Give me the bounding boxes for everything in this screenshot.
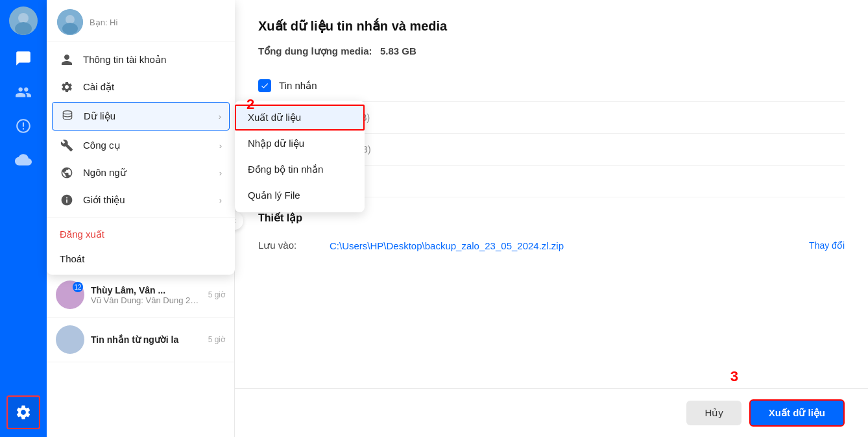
sidebar-item-chat[interactable] xyxy=(0,42,47,75)
menu-item-settings-label: Cài đặt xyxy=(83,81,114,93)
menu-greeting: Bạn: Hi xyxy=(90,18,117,27)
chevron-right-icon: › xyxy=(219,168,222,178)
chat-preview-item[interactable]: 12 Thùy Lâm, Vân ... Vũ Vân Dung: Vân Du… xyxy=(47,273,234,318)
media-info-line: Tổng dung lượng media: 5.83 GB xyxy=(258,45,845,57)
info-icon xyxy=(60,193,74,207)
menu-item-account-label: Thông tin tài khoản xyxy=(83,54,166,66)
chevron-right-icon: › xyxy=(219,195,222,205)
chat-list: 12 Thùy Lâm, Vân ... Vũ Vân Dung: Vân Du… xyxy=(47,273,234,362)
wrench-icon xyxy=(60,138,74,153)
svg-point-2 xyxy=(15,22,32,35)
sidebar: 1 xyxy=(0,0,47,437)
cancel-button[interactable]: Hủy xyxy=(686,401,741,425)
menu-avatar xyxy=(57,9,83,35)
gear-icon xyxy=(60,80,74,94)
svg-point-1 xyxy=(18,13,29,23)
menu-item-settings[interactable]: Cài đặt xyxy=(47,73,235,101)
menu-item-tools[interactable]: Công cụ › xyxy=(47,132,235,159)
step2-label: 2 xyxy=(247,96,254,113)
chat-message: Vũ Vân Dung: Vân Dung 22/5 - Vntre ... xyxy=(91,295,202,305)
menu-item-data-label: Dữ liệu xyxy=(84,110,115,122)
action-bar: 3 Hủy Xuất dữ liệu xyxy=(235,388,868,437)
menu-item-language-label: Ngôn ngữ xyxy=(83,167,127,179)
chat-name: Tin nhắn từ người la xyxy=(91,334,202,345)
chevron-right-icon: › xyxy=(219,112,221,121)
panel-title: Xuất dữ liệu tin nhắn và media xyxy=(258,18,845,34)
media-size: 5.83 GB xyxy=(380,45,416,56)
menu-item-about[interactable]: Giới thiệu › xyxy=(47,186,235,214)
chevron-right-icon: › xyxy=(219,141,222,151)
setting-change-button[interactable]: Thay đổi xyxy=(809,240,845,251)
chat-preview-item[interactable]: Tin nhắn từ người la 5 giờ xyxy=(47,318,234,362)
menu-item-logout[interactable]: Đăng xuất xyxy=(47,222,235,247)
checkbox-messages-label: Tin nhắn xyxy=(279,80,317,92)
globe-icon xyxy=(60,166,74,180)
svg-point-5 xyxy=(62,23,78,34)
export-button[interactable]: Xuất dữ liệu xyxy=(749,399,845,427)
submenu: Xuất dữ liệu Nhập dữ liệu Đồng bộ tin nh… xyxy=(235,101,365,212)
setting-value: C:\Users\HP\Desktop\backup_zalo_23_05_20… xyxy=(330,240,809,251)
avatar xyxy=(9,6,38,35)
menu-item-data[interactable]: Dữ liệu › xyxy=(52,102,230,131)
user-icon xyxy=(60,53,74,67)
chat-time: 5 giờ xyxy=(208,290,225,299)
sidebar-icons xyxy=(0,42,47,395)
step3-label: 3 xyxy=(730,368,738,385)
sidebar-item-discover[interactable] xyxy=(0,109,47,143)
chat-name: Thùy Lâm, Vân ... xyxy=(91,285,202,295)
menu-item-quit-label: Thoát xyxy=(60,253,84,264)
menu-item-account[interactable]: Thông tin tài khoản xyxy=(47,46,235,73)
database-icon xyxy=(60,109,75,123)
menu-item-about-label: Giới thiệu xyxy=(83,194,125,206)
setting-row: Lưu vào: C:\Users\HP\Desktop\backup_zalo… xyxy=(258,233,845,258)
media-label: Tổng dung lượng media: xyxy=(258,45,372,56)
sidebar-bottom xyxy=(0,395,47,437)
chat-badge: 12 xyxy=(73,282,83,292)
settings-button[interactable] xyxy=(6,395,40,429)
dropdown-menu: Bạn: Hi Thông tin tài khoản Cài đặt xyxy=(47,0,235,275)
setting-label: Lưu vào: xyxy=(258,240,317,251)
sidebar-item-contacts[interactable] xyxy=(0,75,47,109)
submenu-item-import[interactable]: Nhập dữ liệu xyxy=(235,131,365,156)
checkbox-messages[interactable] xyxy=(258,79,271,92)
menu-user-section: Bạn: Hi xyxy=(47,0,235,42)
chat-time: 5 giờ xyxy=(208,335,225,344)
sidebar-item-cloud[interactable] xyxy=(0,143,47,177)
checkbox-row-messages: Tin nhắn xyxy=(258,70,845,102)
menu-divider xyxy=(47,218,235,218)
menu-item-quit[interactable]: Thoát xyxy=(47,247,235,271)
menu-item-language[interactable]: Ngôn ngữ › xyxy=(47,159,235,186)
submenu-item-sync[interactable]: Đồng bộ tin nhắn xyxy=(235,156,365,182)
submenu-item-filemanager[interactable]: Quản lý File xyxy=(235,182,365,208)
menu-items-list: Thông tin tài khoản Cài đặt Dữ liệu › xyxy=(47,42,235,275)
svg-point-4 xyxy=(66,15,75,24)
right-panel: Xuất dữ liệu tin nhắn và media Tổng dung… xyxy=(235,0,868,437)
svg-point-6 xyxy=(63,111,71,114)
menu-item-tools-label: Công cụ xyxy=(83,140,121,151)
menu-item-logout-label: Đăng xuất xyxy=(60,229,104,240)
section-title: Thiết lập xyxy=(258,212,845,224)
